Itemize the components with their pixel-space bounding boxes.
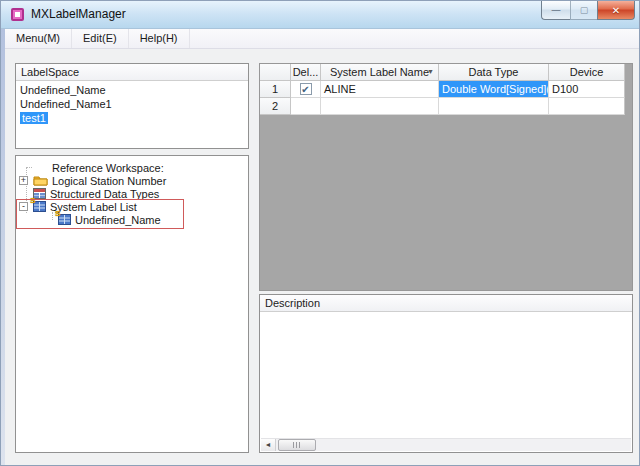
horizontal-scrollbar[interactable]: ◄ bbox=[261, 438, 631, 451]
workspace-tree: Reference Workspace: + Logical Station N… bbox=[16, 156, 248, 226]
tree-item-system-label-list[interactable]: - S System Label List bbox=[16, 200, 248, 213]
window-controls: — ▢ ✕ bbox=[541, 1, 635, 20]
data-type-cell-selected[interactable]: Double Word[Signed](0... bbox=[439, 81, 549, 98]
device-cell[interactable]: D100 bbox=[549, 81, 625, 98]
close-button[interactable]: ✕ bbox=[597, 1, 635, 20]
column-header-label: System Label Name bbox=[330, 66, 429, 78]
grid-header-row: Del... System Label Name ▼ Data Type Dev… bbox=[260, 64, 632, 81]
labelspace-item-label-selected: test1 bbox=[20, 112, 48, 124]
column-header-device[interactable]: Device bbox=[549, 64, 625, 81]
filter-dropdown-icon[interactable]: ▼ bbox=[427, 64, 434, 80]
tree-item-undefined-name[interactable]: S Undefined_Name bbox=[16, 213, 248, 226]
workspace-tree-panel: Reference Workspace: + Logical Station N… bbox=[15, 155, 249, 453]
labelspace-header: LabelSpace bbox=[16, 64, 248, 81]
menu-item-menu[interactable]: Menu(M) bbox=[5, 29, 72, 48]
grid-corner-cell[interactable] bbox=[260, 64, 291, 81]
del-cell[interactable]: ✔ bbox=[291, 81, 321, 98]
labelspace-item-label: Undefined_Name bbox=[20, 84, 106, 96]
app-icon bbox=[10, 7, 25, 22]
system-label-icon: S bbox=[58, 214, 71, 225]
menu-item-help[interactable]: Help(H) bbox=[129, 29, 190, 48]
folder-icon bbox=[33, 175, 48, 186]
menu-item-edit[interactable]: Edit(E) bbox=[72, 29, 129, 48]
description-header: Description bbox=[260, 295, 632, 312]
description-body[interactable] bbox=[260, 312, 632, 422]
scrollbar-grip bbox=[293, 442, 301, 448]
maximize-button[interactable]: ▢ bbox=[570, 1, 597, 20]
list-item[interactable]: Undefined_Name1 bbox=[16, 97, 248, 111]
labelspace-panel: LabelSpace Undefined_Name Undefined_Name… bbox=[15, 63, 249, 149]
system-label-grid: Del... System Label Name ▼ Data Type Dev… bbox=[259, 63, 633, 291]
data-type-cell[interactable] bbox=[439, 98, 549, 115]
menu-bar: Menu(M) Edit(E) Help(H) bbox=[1, 29, 639, 49]
tree-item-label: Structured Data Types bbox=[50, 188, 159, 200]
tree-item-label: Undefined_Name bbox=[75, 214, 161, 226]
table-row: 1 ✔ ALINE Double Word[Signed](0... D100 bbox=[260, 81, 632, 98]
description-panel: Description ◄ bbox=[259, 294, 633, 453]
tree-stub-line bbox=[26, 167, 32, 168]
system-label-name-cell[interactable] bbox=[321, 98, 439, 115]
scrollbar-thumb[interactable] bbox=[278, 439, 316, 451]
list-item[interactable]: Undefined_Name bbox=[16, 83, 248, 97]
system-label-name-cell[interactable]: ALINE bbox=[321, 81, 439, 98]
delete-checkbox-checked[interactable]: ✔ bbox=[300, 83, 312, 95]
tree-item-label: Logical Station Number bbox=[52, 175, 166, 187]
row-header-2[interactable]: 2 bbox=[260, 98, 291, 115]
labelspace-list: Undefined_Name Undefined_Name1 test1 bbox=[16, 81, 248, 125]
column-header-system-label-name[interactable]: System Label Name ▼ bbox=[321, 64, 439, 81]
table-row: 2 bbox=[260, 98, 632, 115]
tree-item-reference-workspace[interactable]: Reference Workspace: bbox=[16, 161, 248, 174]
system-label-icon: S bbox=[33, 201, 46, 212]
tree-item-label: Reference Workspace: bbox=[52, 162, 164, 174]
tree-item-structured-data-types[interactable]: Structured Data Types bbox=[16, 187, 248, 200]
window-title: MXLabelManager bbox=[31, 1, 126, 28]
list-item-selected[interactable]: test1 bbox=[16, 111, 248, 125]
tree-item-label: System Label List bbox=[50, 201, 137, 213]
column-header-del[interactable]: Del... bbox=[291, 64, 321, 81]
s-badge: S bbox=[55, 210, 60, 218]
labelspace-item-label: Undefined_Name1 bbox=[20, 98, 112, 110]
window-frame-left bbox=[1, 29, 5, 465]
row-header-1[interactable]: 1 bbox=[260, 81, 291, 98]
expand-plus-icon[interactable]: + bbox=[19, 176, 28, 185]
scroll-left-arrow-icon[interactable]: ◄ bbox=[261, 439, 276, 451]
collapse-minus-icon[interactable]: - bbox=[19, 202, 28, 211]
s-badge: S bbox=[30, 197, 35, 205]
tree-item-logical-station-number[interactable]: + Logical Station Number bbox=[16, 174, 248, 187]
title-bar[interactable]: MXLabelManager — ▢ ✕ bbox=[1, 1, 639, 29]
device-cell[interactable] bbox=[549, 98, 625, 115]
minimize-button[interactable]: — bbox=[541, 1, 570, 20]
column-header-data-type[interactable]: Data Type bbox=[439, 64, 549, 81]
mxlabelmanager-window: { "window": { "title": "MXLabelManager",… bbox=[0, 0, 640, 466]
del-cell[interactable] bbox=[291, 98, 321, 115]
